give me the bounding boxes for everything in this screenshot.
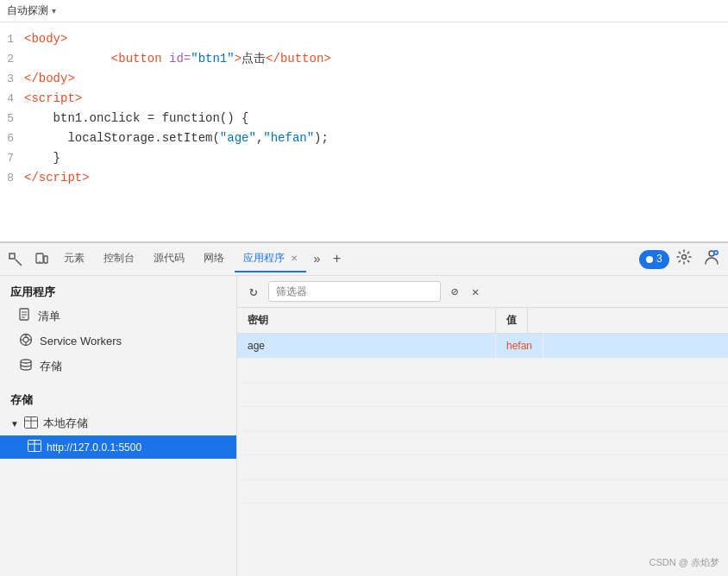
code-line: 5 btn1.onclick = function() { [0,109,728,128]
table-cell-key: age [237,334,496,358]
watermark: CSDN @ 赤焰梦 [650,556,719,569]
sidebar-local-storage-url[interactable]: http://127.0.0.1:5500 [0,435,236,459]
line-content: localStorage.setItem("age","hefan"); [24,128,728,147]
line-number: 3 [0,70,24,89]
line-content: } [24,148,728,167]
manifest-icon [19,308,31,324]
sidebar-item-service-workers-label: Service Workers [40,335,122,347]
sidebar-item-storage-label: 存储 [40,359,62,374]
add-tab-icon[interactable]: + [328,248,347,271]
table-row-empty-6 [237,479,728,504]
tab-application[interactable]: 应用程序 ✕ [235,246,306,272]
auto-detect-bar[interactable]: 自动探测 ▾ [0,0,728,22]
sidebar-item-manifest-label: 清单 [38,309,60,324]
line-content: <body> [24,29,728,48]
storage-section: 存储 ▼ 本地存储 [0,384,236,459]
table-header: 密钥 值 [237,308,728,334]
table-cell-value: hefan [496,334,543,358]
content-toolbar: ↻ ⊘ ✕ [237,276,728,308]
line-number: 2 [0,50,24,69]
user-icon[interactable] [699,246,725,272]
svg-point-6 [709,251,714,256]
sidebar-item-manifest[interactable]: 清单 [0,304,236,329]
code-editor: 自动探测 ▾ 1<body>2 <button id="btn1">点击</bu… [0,0,728,241]
sidebar-section-application: 应用程序 [0,276,236,304]
svg-line-1 [16,260,22,266]
code-line: 7 } [0,148,728,168]
expand-arrow-icon: ▼ [10,419,19,429]
storage-icon [19,358,33,374]
sidebar-storage-title: 存储 [0,384,236,411]
code-line: 8</script> [0,168,728,188]
svg-point-5 [682,255,687,260]
code-line: 6 localStorage.setItem("age","hefan"); [0,128,728,148]
line-number: 7 [0,149,24,168]
tab-network[interactable]: 网络 [195,246,233,272]
clear-filter-icon[interactable]: ⊘ [448,283,461,301]
svg-rect-0 [9,254,15,259]
code-line: 1<body> [0,29,728,49]
sidebar-item-service-workers[interactable]: Service Workers [0,329,236,354]
line-number: 6 [0,129,24,148]
auto-detect-label: 自动探测 [7,3,48,18]
local-storage-url-grid-icon [28,440,41,454]
refresh-button[interactable]: ↻ [246,281,261,302]
local-storage-label: 本地存储 [43,416,88,431]
code-lines: 1<body>2 <button id="btn1">点击</button>3<… [0,22,728,195]
line-content: <script> [24,89,728,108]
line-content: </body> [24,69,728,88]
line-number: 4 [0,90,24,109]
code-line: 3</body> [0,69,728,89]
svg-point-12 [23,337,28,342]
notification-badge[interactable]: 3 [639,250,669,269]
local-storage-url-label: http://127.0.0.1:5500 [47,441,141,454]
code-line: 2 <button id="btn1">点击</button> [0,49,728,69]
line-number: 8 [0,169,24,188]
devtools-sidebar: 应用程序 清单 [0,276,237,576]
line-number: 5 [0,110,24,128]
local-storage-grid-icon [24,416,38,431]
sidebar-item-storage[interactable]: 存储 [0,354,236,379]
auto-detect-dropdown-icon: ▾ [52,6,56,16]
tab-sources[interactable]: 源代码 [145,246,193,272]
inspect-icon[interactable] [3,247,28,272]
more-tabs-icon[interactable]: » [308,249,325,270]
tab-console[interactable]: 控制台 [95,246,143,272]
table-header-value: 值 [496,308,528,333]
device-toggle-icon[interactable] [29,247,53,272]
line-content: <button id="btn1">点击</button> [24,49,728,68]
svg-rect-3 [44,256,47,263]
badge-dot-icon [646,256,653,263]
badge-count: 3 [656,254,662,266]
tab-elements[interactable]: 元素 [55,246,93,272]
table-header-key: 密钥 [237,308,496,333]
devtools-panel: 元素 控制台 源代码 网络 应用程序 ✕ » + 3 [0,241,728,576]
service-workers-icon [19,333,33,349]
table-row-empty-2 [237,383,728,407]
line-number: 1 [0,30,24,49]
storage-table: 密钥 值 age hefan [237,308,728,576]
table-row-empty-4 [237,431,728,455]
svg-point-4 [39,260,40,261]
table-row[interactable]: age hefan [237,334,728,359]
svg-point-18 [21,360,31,363]
filter-input[interactable] [268,281,441,302]
settings-icon[interactable] [671,246,697,272]
table-row-empty-1 [237,359,728,383]
devtools-body: 应用程序 清单 [0,276,728,576]
sidebar-local-storage-group[interactable]: ▼ 本地存储 [0,411,236,435]
tab-close-icon[interactable]: ✕ [291,254,298,263]
table-row-empty-5 [237,455,728,479]
line-content: </script> [24,168,728,187]
delete-selected-icon[interactable]: ✕ [468,283,482,301]
devtools-toolbar: 元素 控制台 源代码 网络 应用程序 ✕ » + 3 [0,243,728,276]
code-line: 4<script> [0,89,728,109]
table-row-empty-3 [237,407,728,431]
devtools-content: ↻ ⊘ ✕ 密钥 值 age hefan [237,276,728,576]
line-content: btn1.onclick = function() { [24,109,728,128]
